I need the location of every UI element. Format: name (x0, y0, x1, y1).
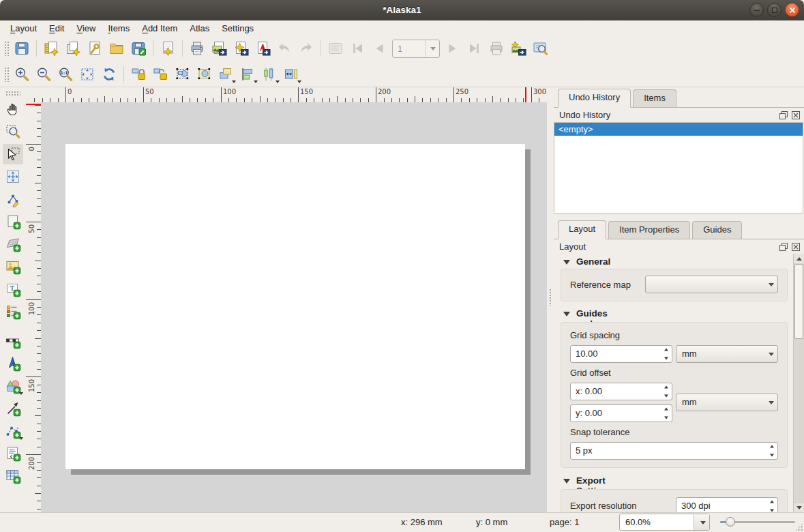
resize-selected-items-button[interactable] (281, 64, 301, 85)
align-selected-items-button[interactable] (237, 64, 258, 85)
chevron-down-icon (769, 283, 774, 286)
snap-tolerance-input[interactable]: 5 px (570, 442, 778, 460)
select-all-items-button[interactable] (172, 64, 192, 85)
close-panel-button[interactable] (792, 243, 800, 251)
spin-up-button[interactable] (766, 443, 777, 451)
undo-history-item[interactable]: <empty> (554, 123, 803, 136)
grid-offset-unit-combo[interactable]: mm (676, 394, 778, 411)
zoom-tool-button[interactable] (3, 121, 23, 142)
close-panel-button[interactable] (792, 111, 800, 119)
dock-tab-items[interactable]: Items (633, 89, 676, 107)
menu-view[interactable]: View (70, 21, 102, 35)
add-items-from-template-button[interactable] (158, 38, 178, 59)
add-attribute-table-button[interactable] (3, 466, 23, 486)
zoom-level-combo[interactable]: 60.0% (619, 514, 710, 531)
zoom-out-button[interactable] (33, 64, 54, 85)
pan-layout-button[interactable] (3, 99, 23, 119)
spin-down-button[interactable] (660, 354, 672, 362)
atlas-settings-button[interactable] (530, 38, 550, 59)
new-layout-button[interactable] (41, 38, 61, 59)
ruler-label: 100 (28, 302, 35, 315)
add-html-frame-button[interactable] (3, 443, 23, 464)
atlas-preview-icon (327, 40, 344, 57)
grid-spacing-input[interactable]: 10.00 (570, 345, 672, 363)
toolbar-handle[interactable] (4, 67, 9, 82)
open-layout-button[interactable] (106, 38, 127, 59)
add-picture-button[interactable] (3, 256, 23, 277)
vertical-ruler[interactable]: 050100150200 (26, 102, 41, 513)
add-legend-button[interactable] (3, 301, 23, 322)
edit-nodes-item-button[interactable] (3, 189, 23, 209)
menu-layout[interactable]: Layout (4, 21, 43, 35)
dock-tab-undo-history[interactable]: Undo History (558, 89, 631, 108)
spin-up-button[interactable] (766, 498, 777, 506)
zoom-slider-handle[interactable] (726, 517, 735, 527)
layout-canvas[interactable] (41, 102, 547, 513)
scrollbar-thumb[interactable] (794, 264, 803, 339)
spin-down-button[interactable] (660, 413, 672, 422)
horizontal-ruler[interactable]: 050100150200250300 (26, 87, 554, 102)
float-panel-button[interactable] (779, 243, 788, 251)
add-arrow-button[interactable] (3, 398, 23, 419)
reference-map-combo[interactable] (645, 276, 778, 293)
add-map-button[interactable] (3, 234, 23, 254)
statusbar: x: 296 mm y: 0 mm page: 1 60.0% (0, 512, 804, 532)
print-layout-button[interactable] (187, 38, 207, 59)
minimize-button[interactable] (749, 3, 764, 17)
close-button[interactable] (785, 3, 799, 17)
spin-down-button[interactable] (660, 391, 672, 400)
zoom-actual-size-button[interactable]: 1:1 (55, 64, 76, 85)
add-page-button[interactable] (3, 211, 23, 232)
zoom-slider[interactable] (717, 513, 798, 531)
duplicate-layout-button[interactable] (63, 38, 83, 59)
dock-vertical-splitter[interactable] (547, 87, 554, 513)
spin-up-button[interactable] (660, 405, 672, 413)
dock-tab-item-properties[interactable]: Item Properties (608, 221, 690, 239)
add-label-button[interactable]: T (3, 279, 23, 299)
export-as-image-button[interactable] (209, 38, 229, 59)
grid-spacing-unit-combo[interactable]: mm (676, 345, 778, 363)
dock-tab-guides[interactable]: Guides (692, 221, 742, 239)
grid-offset-y-input[interactable]: y: 0.00 (570, 404, 672, 422)
export-atlas-button[interactable] (508, 38, 528, 59)
export-as-pdf-button[interactable] (252, 38, 273, 59)
add-scalebar-button[interactable] (3, 331, 23, 351)
move-item-content-button[interactable] (3, 166, 23, 187)
menu-settings[interactable]: Settings (215, 21, 260, 35)
maximize-button[interactable] (767, 3, 781, 17)
toolbar-handle[interactable] (4, 41, 9, 56)
toolbar-handle[interactable] (5, 91, 20, 95)
lock-selected-items-button[interactable] (128, 64, 149, 85)
float-panel-button[interactable] (779, 111, 788, 119)
spin-up-button[interactable] (660, 346, 672, 354)
export-as-svg-button[interactable] (230, 38, 251, 59)
layout-manager-button[interactable] (85, 38, 105, 59)
unlock-all-items-button[interactable] (150, 64, 170, 85)
export-resolution-input[interactable]: 300 dpi (676, 497, 778, 513)
dock-tab-layout[interactable]: Layout (558, 220, 606, 239)
menu-add-item[interactable]: Add Item (136, 21, 183, 35)
distribute-selected-items-button[interactable] (259, 64, 280, 85)
select-move-item-button[interactable] (3, 144, 23, 164)
raise-selected-items-button[interactable] (215, 64, 236, 85)
titlebar[interactable]: *Alaska1 (0, 0, 804, 21)
add-shape-button[interactable] (3, 376, 23, 396)
add-north-arrow-button[interactable] (3, 353, 23, 374)
scroll-up-button[interactable] (794, 254, 804, 263)
zoom-full-extent-button[interactable] (77, 64, 98, 85)
refresh-view-button[interactable] (99, 64, 119, 85)
scroll-down-button[interactable] (794, 503, 804, 513)
menu-items[interactable]: Items (102, 21, 136, 35)
save-as-template-button[interactable] (128, 38, 149, 59)
zoom-in-button[interactable] (12, 64, 32, 85)
menu-edit[interactable]: Edit (43, 21, 70, 35)
spin-down-button[interactable] (766, 451, 777, 459)
deselect-all-items-button[interactable] (194, 64, 214, 85)
atlas-page-combo[interactable]: 1 (392, 40, 440, 58)
grid-offset-x-input[interactable]: x: 0.00 (570, 383, 672, 400)
spin-up-button[interactable] (660, 383, 672, 391)
add-node-item-button[interactable] (3, 421, 23, 441)
save-project-button[interactable] (12, 38, 32, 59)
add-arrow-icon (5, 400, 21, 417)
menu-atlas[interactable]: Atlas (183, 21, 215, 35)
